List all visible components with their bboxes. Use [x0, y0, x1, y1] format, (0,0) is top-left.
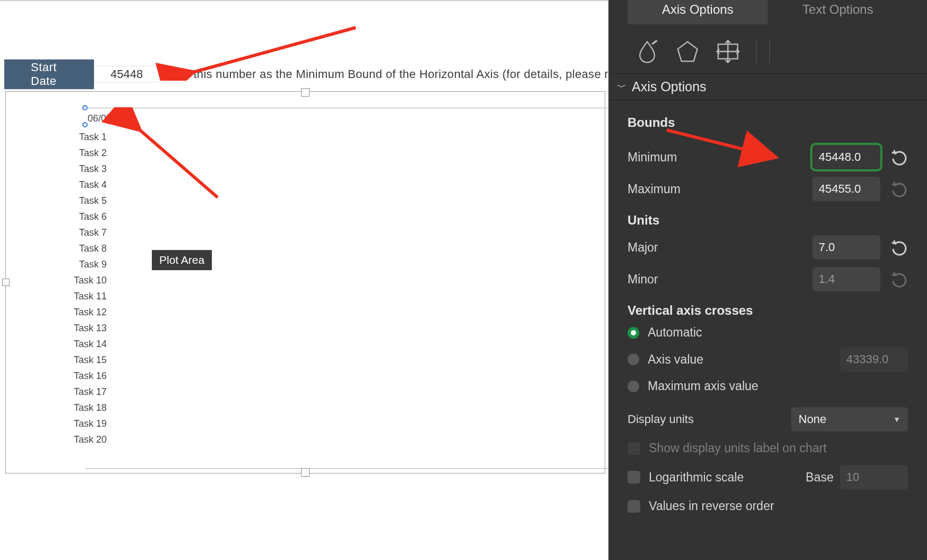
display-units-label: Display units — [628, 412, 694, 426]
base-input[interactable] — [840, 465, 908, 489]
show-display-units-row[interactable]: Show display units label on chart — [628, 441, 908, 455]
minimum-input[interactable] — [812, 145, 880, 169]
show-display-units-label: Show display units label on chart — [649, 441, 827, 455]
major-input[interactable] — [812, 235, 880, 260]
reverse-order-label: Values in reverse order — [649, 499, 774, 513]
reset-icon[interactable] — [890, 238, 908, 256]
task-label: Task 16 — [6, 368, 107, 384]
major-row: Major — [628, 235, 908, 260]
svg-marker-2 — [678, 42, 698, 62]
radio-max-axis-value[interactable] — [628, 381, 639, 392]
tab-text-options[interactable]: Text Options — [768, 0, 908, 24]
maximum-label: Maximum — [628, 182, 802, 196]
task-label: Task 7 — [6, 225, 107, 240]
bounds-title: Bounds — [628, 115, 675, 130]
task-label: Task 17 — [6, 384, 107, 400]
fill-line-icon[interactable] — [635, 39, 659, 64]
size-properties-icon[interactable] — [716, 39, 740, 64]
header-row: Start Date 45448 Set this number as the … — [4, 59, 608, 89]
minimum-row: Minimum — [628, 145, 908, 169]
plot-handle[interactable] — [82, 122, 88, 127]
units-title: Units — [628, 213, 908, 228]
max-axis-value-label: Maximum axis value — [648, 379, 758, 393]
axis-options-icon[interactable] — [756, 39, 770, 64]
axis-options-form: Bounds Minimum Maximum Units Major — [608, 100, 927, 513]
reset-icon[interactable] — [890, 270, 908, 288]
reverse-order-row[interactable]: Values in reverse order — [628, 499, 908, 513]
tab-axis-options[interactable]: Axis Options — [628, 0, 768, 24]
task-label: Task 14 — [6, 336, 107, 352]
task-label: Task 2 — [6, 145, 107, 161]
task-label: Task 13 — [6, 320, 107, 336]
show-display-units-checkbox[interactable] — [628, 442, 640, 455]
crosses-axis-value-row[interactable]: Axis value — [628, 347, 908, 372]
task-label: Task 10 — [6, 272, 107, 288]
crosses-title: Vertical axis crosses — [628, 303, 908, 318]
log-scale-label: Logarithmic scale — [649, 470, 744, 485]
task-label: Task 19 — [6, 416, 107, 432]
task-label: Task 5 — [6, 193, 107, 209]
task-label: Task 8 — [6, 240, 107, 256]
start-date-value-cell[interactable]: 45448 — [94, 66, 159, 83]
plot-handle[interactable] — [82, 105, 88, 110]
task-label: Task 6 — [6, 209, 107, 225]
crosses-max-row[interactable]: Maximum axis value — [628, 379, 908, 393]
category-axis-labels: Task 1 Task 2 Task 3 Task 4 Task 5 Task … — [6, 129, 107, 447]
major-label: Major — [628, 240, 802, 255]
task-label: Task 20 — [6, 432, 107, 447]
format-axis-panel: Axis Options Text Options ﹀ Axis Options… — [608, 0, 927, 560]
log-scale-row[interactable]: Logarithmic scale Base — [628, 465, 908, 489]
axis-value-label: Axis value — [648, 352, 703, 367]
task-label: Task 3 — [6, 161, 107, 177]
base-label: Base — [806, 470, 834, 485]
radio-axis-value[interactable] — [628, 354, 639, 365]
effects-icon[interactable] — [675, 39, 700, 64]
section-title: Axis Options — [632, 79, 706, 94]
axis-value-input[interactable] — [840, 347, 908, 372]
task-label: Task 1 — [6, 129, 107, 145]
minor-input[interactable] — [812, 267, 880, 291]
task-label: Task 15 — [6, 352, 107, 368]
task-label: Task 11 — [6, 288, 107, 304]
display-units-select[interactable]: None ▼ — [791, 407, 908, 432]
section-axis-options[interactable]: ﹀ Axis Options — [608, 73, 927, 100]
radio-automatic[interactable] — [628, 327, 639, 339]
caret-down-icon: ▼ — [893, 415, 900, 424]
panel-icon-tabs — [608, 24, 927, 73]
minor-row: Minor — [628, 267, 908, 291]
axis-date-label: 06/05/2024 — [88, 113, 135, 124]
maximum-input[interactable] — [812, 177, 880, 201]
automatic-label: Automatic — [648, 325, 702, 340]
maximum-row: Maximum — [628, 177, 908, 201]
minor-label: Minor — [628, 272, 802, 287]
chevron-down-icon: ﹀ — [617, 81, 626, 93]
task-label: Task 9 — [6, 256, 107, 272]
plot-area[interactable] — [85, 108, 685, 469]
instruction-text: Set this number as the Minimum Bound of … — [172, 67, 608, 81]
minimum-label: Minimum — [628, 150, 802, 165]
task-label: Task 12 — [6, 304, 107, 320]
reset-icon[interactable] — [890, 148, 908, 166]
start-date-header: Start Date — [4, 59, 94, 89]
reset-icon[interactable] — [890, 180, 908, 198]
plot-area-tooltip: Plot Area — [152, 250, 212, 270]
task-label: Task 18 — [6, 400, 107, 416]
panel-tabs: Axis Options Text Options — [628, 0, 908, 24]
task-label: Task 4 — [6, 177, 107, 193]
crosses-automatic-row[interactable]: Automatic — [628, 325, 908, 340]
reverse-order-checkbox[interactable] — [628, 500, 640, 513]
worksheet-area: Start Date 45448 Set this number as the … — [0, 0, 608, 560]
display-units-value: None — [799, 412, 827, 426]
log-scale-checkbox[interactable] — [628, 471, 640, 484]
chart-object[interactable]: 06/05/2024 Task 1 Task 2 Task 3 Task 4 T… — [5, 91, 605, 473]
display-units-row: Display units None ▼ — [628, 407, 908, 432]
